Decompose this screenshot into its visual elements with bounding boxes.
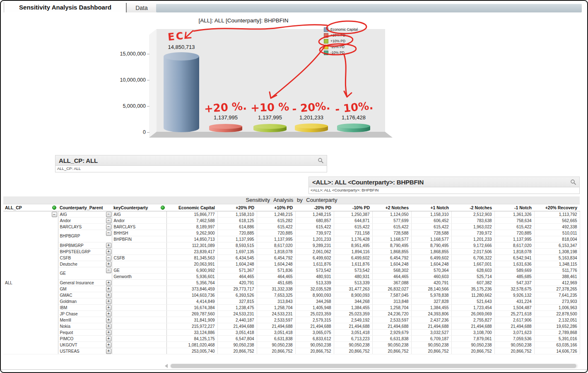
value-cell: 6,900,992 [166,267,217,274]
value-cell: 628,603 [451,267,494,274]
value-cell: 1,258,704 [372,305,411,311]
filter-value-counterparty[interactable]: <ALL>: ALL <Counterparty>: BHPBFIN [308,187,580,194]
table-row: Andor−Andor7,462,588618,125615,282680,85… [3,218,580,224]
expand-button[interactable]: + [106,317,111,323]
value-cell: 14,606,726 [534,348,580,354]
counterparty-table-section: Sensitivity Analysis by Counterparty ALL… [3,196,580,354]
expand-button[interactable]: + [106,243,111,248]
expand-button[interactable]: + [106,299,111,304]
filter-value-all-cp[interactable]: ALL_CP: ALL [55,166,327,172]
filter-panel-all-cp: ALL_CP: ALL ALL_CP: ALL [55,155,327,172]
value-cell: 1,361,326 [494,211,534,218]
expand-button[interactable]: + [106,342,111,348]
value-cell: 8,790,495 [372,242,411,249]
expand-button[interactable]: + [106,262,111,267]
expand-button[interactable]: + [106,293,111,298]
value-cell: 1,604,248 [372,261,411,267]
value-cell: 8,951,495 [334,242,372,249]
value-cell: 1,308,198 [534,249,580,255]
expander-cell: + [106,305,112,311]
keycounterparty-cell [112,305,166,311]
value-cell: 2,061,062 [295,249,334,255]
bar--20pd[interactable] [295,124,328,135]
table-row: BHPBMGRP+112,301,0898,593,5158,617,0209,… [3,242,580,249]
value-cell: 32,035,528 [295,286,334,292]
table-row: Goldman+4,414,849327,815313,843344,26834… [3,298,580,305]
value-cell: 20,866,752 [372,348,411,354]
value-cell: 9,172,666 [451,242,494,249]
cylinder-top [337,124,370,128]
value-cell: 6,153,347 [534,242,580,249]
value-cell: 6,434,545 [217,255,257,261]
value-cell: 7,462,588 [166,218,217,224]
value-cell: 589,669 [494,267,534,274]
value-cell: 313,843 [257,298,295,305]
value-cell: 615,422 [334,224,372,230]
table-row: BHPBGRP−BHHSH9,262,900720,885720,885739,… [3,230,580,236]
counterparty-parent-cell: PIMCO [58,336,106,342]
bar-economiccapital[interactable] [164,52,199,136]
counterparty-parent-cell: BHPBMGRP [58,242,106,249]
expander-cell [106,274,112,280]
legend-swatch-icon [324,51,328,55]
collapse-button[interactable]: − [106,212,111,217]
bar-10pd[interactable] [253,124,287,135]
value-cell: 1,611,876 [295,261,334,267]
tab-sensitivity-analysis-dashboard[interactable]: Sensitivity Analysis Dashboard [4,2,126,12]
value-cell: 1,504,487 [494,305,534,311]
collapse-button[interactable]: − [106,218,111,223]
value-cell: 577,699 [372,218,411,224]
bar--10pd[interactable] [337,124,370,135]
value-cell: 615,422 [372,224,411,230]
horizontal-scrollbar[interactable] [165,363,581,369]
filter-header-all-cp[interactable]: ALL_CP: ALL [55,155,327,166]
collapse-button[interactable]: − [106,224,111,230]
table-row: Deutsche+20,063,9911,604,2481,604,2481,6… [3,261,580,267]
value-cell: 6,542,941 [494,255,534,261]
expand-button[interactable]: + [106,286,111,292]
column-header-counterparty-parent: Counterparty_Parent [58,204,112,211]
value-cell: 2,017,506 [451,249,494,255]
value-cell: 1,176,428 [334,236,372,242]
expand-button[interactable]: + [106,330,111,335]
expand-button[interactable]: + [106,305,111,310]
value-cell: 6,631,838 [257,336,295,342]
search-icon[interactable] [570,179,576,185]
keycounterparty-cell [112,317,166,323]
expand-button[interactable]: + [106,349,111,354]
bar-20pd[interactable] [209,124,242,135]
collapse-button[interactable]: − [106,230,111,236]
expander-cell: + [106,298,112,305]
expand-button[interactable]: + [106,311,111,317]
value-cell: 2,132,051 [534,317,580,323]
legend-item: Economic Capital [324,27,358,32]
value-cell: 31,332,338 [257,286,295,292]
value-cell: 367,088 [372,280,411,286]
value-cell: 8,617,020 [494,242,534,249]
value-cell: 1,168,577 [411,236,451,242]
column-header--1notch: -1 Notch [494,204,534,211]
scrollbar-thumb[interactable] [171,364,576,368]
collapse-button[interactable]: − [106,255,111,261]
value-cell: 758,634 [494,218,534,224]
expand-button[interactable]: + [106,324,111,329]
collapse-all-button[interactable]: − [52,212,57,217]
keycounterparty-cell [112,348,166,354]
value-cell: 1,113,792 [534,211,580,218]
search-icon[interactable] [318,157,324,164]
scroll-left-arrow-icon[interactable] [165,364,168,368]
column-header-keycounterparty: keyCounterparty [112,204,166,211]
tab-data[interactable]: Data [126,3,157,12]
value-cell: 3,051,418 [217,329,257,336]
value-cell: 464,465 [257,274,295,280]
value-cell: 739,972 [451,230,494,236]
expander-cell: + [106,249,112,255]
value-cell: 451,685 [257,280,295,286]
keycounterparty-cell [112,242,166,249]
filter-header-counterparty[interactable]: <ALL>: ALL <Counterparty>: BHPBFIN [308,177,580,187]
expand-button[interactable]: + [106,280,111,286]
expand-button[interactable]: + [106,336,111,342]
scrollbar-track[interactable] [170,363,578,368]
expand-button[interactable]: + [106,249,111,254]
collapse-button[interactable]: − [106,268,111,273]
